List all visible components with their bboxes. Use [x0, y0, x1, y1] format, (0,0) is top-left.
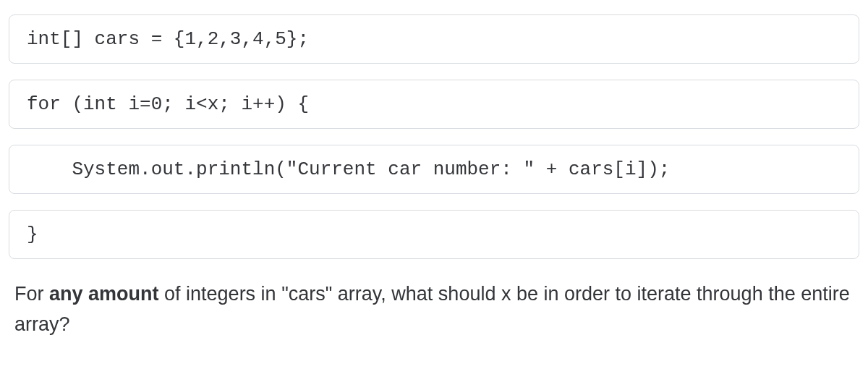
code-line-2: for (int i=0; i<x; i++) {	[9, 80, 859, 129]
code-line-3: System.out.println("Current car number: …	[9, 145, 859, 194]
question-prefix: For	[14, 283, 49, 305]
question-bold: any amount	[49, 283, 159, 305]
code-line-4: }	[9, 210, 859, 259]
code-line-1: int[] cars = {1,2,3,4,5};	[9, 14, 859, 64]
question-text: For any amount of integers in "cars" arr…	[9, 279, 859, 340]
